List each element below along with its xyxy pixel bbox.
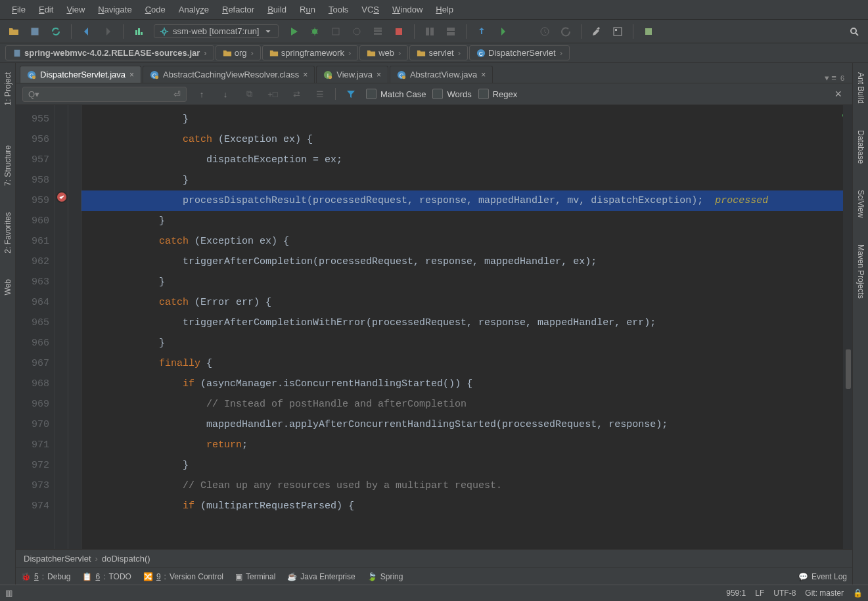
save-all-icon[interactable] xyxy=(26,23,43,40)
toolwin-project[interactable]: 1: Project xyxy=(2,66,14,112)
debug-icon[interactable] xyxy=(306,23,323,40)
tool-window-quick-access-icon[interactable]: ▥ xyxy=(5,589,12,598)
filter-icon[interactable] xyxy=(342,85,359,102)
layout2-icon[interactable] xyxy=(442,23,459,40)
code-line-958[interactable]: } xyxy=(81,170,852,190)
code-line-966[interactable]: } xyxy=(81,333,852,353)
toolwin-javaee[interactable]: ☕ Java Enterprise xyxy=(287,572,355,581)
event-log[interactable]: 💬 Event Log xyxy=(798,572,847,581)
close-tab-icon[interactable]: × xyxy=(377,70,381,79)
vcs-commit-icon[interactable] xyxy=(494,23,511,40)
next-match-icon[interactable]: ↓ xyxy=(217,85,234,102)
crumb-method[interactable]: doDispatch() xyxy=(102,554,150,564)
open-icon[interactable] xyxy=(5,23,22,40)
breadcrumb-dispatcherservlet[interactable]: CDispatcherServlet› xyxy=(469,45,570,60)
tab-view-java[interactable]: IView.java× xyxy=(316,66,388,83)
toolwin-web[interactable]: Web xyxy=(2,273,14,301)
code-line-973[interactable]: // Clean up any resources used by a mult… xyxy=(81,476,852,496)
close-tab-icon[interactable]: × xyxy=(303,70,308,79)
match-case-checkbox[interactable]: Match Case xyxy=(366,89,426,99)
toolwin-favorites[interactable]: 2: Favorites xyxy=(2,206,14,260)
menu-window[interactable]: Window xyxy=(386,2,429,17)
menu-view[interactable]: View xyxy=(60,2,91,17)
vcs-update-icon[interactable] xyxy=(473,23,490,40)
code-line-971[interactable]: return; xyxy=(81,435,852,455)
tasks-icon[interactable] xyxy=(369,23,386,40)
code-line-960[interactable]: } xyxy=(81,211,852,231)
toolwin-spring[interactable]: 🍃 Spring xyxy=(367,572,403,581)
toolwin-version-control[interactable]: 🔀 9: Version Control xyxy=(143,572,223,581)
layout1-icon[interactable] xyxy=(421,23,438,40)
menu-run[interactable]: Run xyxy=(293,2,322,17)
back-icon[interactable] xyxy=(78,23,95,40)
crumb-class[interactable]: DispatcherServlet xyxy=(24,554,91,564)
sdk-icon[interactable] xyxy=(640,23,657,40)
run-config-selector[interactable]: ssm-web [tomcat7:run] xyxy=(154,24,279,38)
breadcrumb-spring-webmvc-4-0-2-release-sources-jar[interactable]: spring-webmvc-4.0.2.RELEASE-sources.jar› xyxy=(5,45,214,60)
code-line-962[interactable]: triggerAfterCompletion(processedRequest,… xyxy=(81,252,852,272)
prev-match-icon[interactable]: ↑ xyxy=(193,85,210,102)
toggle-icon[interactable]: ⇄ xyxy=(288,85,305,102)
tab-dispatcherservlet-java[interactable]: CDispatcherServlet.java× xyxy=(20,66,141,83)
file-encoding[interactable]: UTF-8 xyxy=(773,589,796,598)
code-line-965[interactable]: triggerAfterCompletionWithError(processe… xyxy=(81,313,852,333)
code-line-957[interactable]: dispatchException = ex; xyxy=(81,150,852,170)
coverage-icon[interactable] xyxy=(327,23,344,40)
code-line-972[interactable]: } xyxy=(81,455,852,476)
menu-vcs[interactable]: VCS xyxy=(355,2,386,17)
code-line-961[interactable]: catch (Exception ex) { xyxy=(81,231,852,252)
close-tab-icon[interactable]: × xyxy=(481,70,486,79)
find-input[interactable] xyxy=(43,89,170,99)
code-line-969[interactable]: // Instead of postHandle and afterComple… xyxy=(81,394,852,414)
vcs-revert-icon[interactable] xyxy=(557,23,574,40)
menu-navigate[interactable]: Navigate xyxy=(91,2,138,17)
code-line-967[interactable]: finally { xyxy=(81,353,852,374)
breadcrumb-springframework[interactable]: springframework› xyxy=(262,45,358,60)
code-editor[interactable]: 9559569579589599609619629639649659669679… xyxy=(16,105,852,549)
code-line-959[interactable]: processDispatchResult(processedRequest, … xyxy=(81,190,852,211)
code-line-968[interactable]: if (asyncManager.isConcurrentHandlingSta… xyxy=(81,374,852,394)
menu-refactor[interactable]: Refactor xyxy=(216,2,261,17)
code-content[interactable]: ✔ } catch (Exception ex) { dispatchExcep… xyxy=(81,105,852,549)
lock-icon[interactable]: 🔒 xyxy=(853,589,863,598)
code-line-974[interactable]: if (multipartRequestParsed) { xyxy=(81,496,852,516)
code-line-964[interactable]: catch (Error err) { xyxy=(81,292,852,313)
tabs-options[interactable]: ▾ ≡ 6 xyxy=(821,73,848,83)
select-all-icon[interactable]: ⧉ xyxy=(240,85,258,102)
toolwin-maven[interactable]: Maven Projects xyxy=(855,238,867,305)
caret-position[interactable]: 959:1 xyxy=(726,589,746,598)
settings-icon[interactable] xyxy=(588,23,605,40)
project-structure-icon[interactable] xyxy=(609,23,626,40)
git-branch[interactable]: Git: master xyxy=(805,589,844,598)
breakpoint-icon[interactable] xyxy=(56,191,68,203)
toolwin-ant[interactable]: Ant Build xyxy=(855,66,867,110)
breadcrumb-web[interactable]: web› xyxy=(359,45,408,60)
toolwin-terminal[interactable]: ▣ Terminal xyxy=(235,572,275,581)
menu-build[interactable]: Build xyxy=(261,2,293,17)
toolwin-structure[interactable]: 7: Structure xyxy=(2,139,14,192)
more-icon[interactable]: ☰ xyxy=(311,85,329,102)
tab-abstractcachingviewresolver-class[interactable]: CAbstractCachingViewResolver.class× xyxy=(143,66,315,83)
code-line-956[interactable]: catch (Exception ex) { xyxy=(81,129,852,150)
close-tab-icon[interactable]: × xyxy=(129,70,134,79)
breadcrumb-servlet[interactable]: servlet› xyxy=(409,45,468,60)
tab-abstractview-java[interactable]: CAbstractView.java× xyxy=(390,66,493,83)
vcs-history-icon[interactable] xyxy=(536,23,553,40)
breadcrumb-org[interactable]: org› xyxy=(216,45,261,60)
close-find-icon[interactable]: × xyxy=(831,87,846,101)
code-line-955[interactable]: } xyxy=(81,109,852,129)
error-stripe[interactable] xyxy=(843,105,852,549)
menu-tools[interactable]: Tools xyxy=(322,2,355,17)
forward-icon[interactable] xyxy=(99,23,116,40)
make-icon[interactable] xyxy=(130,23,147,40)
toolwin-database[interactable]: Database xyxy=(855,123,867,170)
line-separator[interactable]: LF xyxy=(755,589,764,598)
regex-checkbox[interactable]: Regex xyxy=(478,89,518,99)
menu-analyze[interactable]: Analyze xyxy=(172,2,216,17)
stop-icon[interactable] xyxy=(390,23,407,40)
toolwin-debug[interactable]: 🐞 5: Debug xyxy=(21,572,70,581)
menu-edit[interactable]: Edit xyxy=(32,2,60,17)
search-everywhere-icon[interactable] xyxy=(846,23,863,40)
toolwin-todo[interactable]: 📋 6: TODO xyxy=(82,572,131,581)
code-line-970[interactable]: mappedHandler.applyAfterConcurrentHandli… xyxy=(81,414,852,435)
